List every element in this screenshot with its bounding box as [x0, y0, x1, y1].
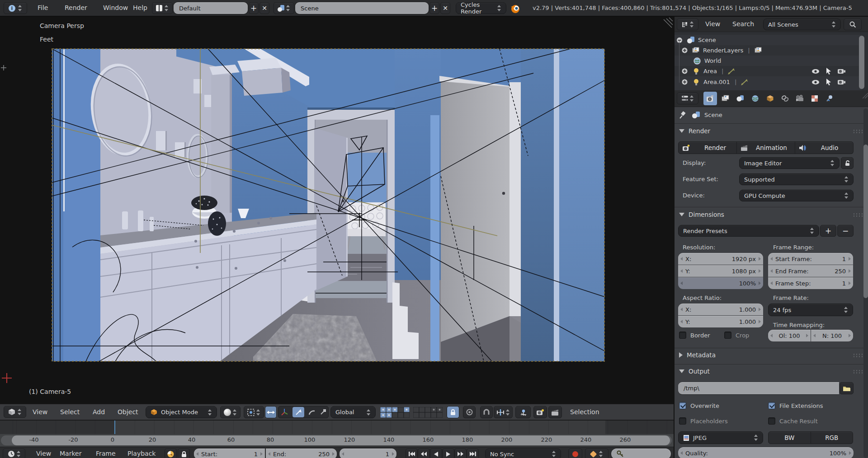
add-scene-button[interactable]: +	[429, 2, 439, 14]
tab-scene[interactable]	[733, 92, 747, 105]
add-layout-button[interactable]: +	[249, 2, 259, 14]
play-reverse-button[interactable]	[430, 449, 442, 458]
editor-type-timeline-button[interactable]	[3, 449, 25, 458]
tab-render-layers[interactable]	[718, 92, 732, 105]
outliner-row-world[interactable]: World	[675, 56, 862, 66]
open-filebrowser-button[interactable]	[840, 382, 854, 394]
outliner-row-area001[interactable]: Area.001 |	[675, 76, 862, 90]
tab-particles[interactable]	[823, 92, 836, 105]
render-border-button[interactable]	[515, 406, 531, 418]
bw-button[interactable]: BW	[768, 431, 811, 444]
menu-outliner-search[interactable]: Search	[732, 20, 754, 28]
selectable-icon[interactable]	[826, 68, 831, 75]
keying-set-type-button[interactable]	[585, 449, 609, 458]
translate-axes-icon[interactable]	[281, 408, 288, 416]
translate-manipulator[interactable]	[292, 407, 304, 417]
scene-name-field[interactable]: Scene	[295, 2, 429, 14]
jump-forward-button[interactable]	[454, 449, 467, 458]
properties-scrollbar-track[interactable]	[863, 108, 868, 458]
pin-icon[interactable]	[679, 111, 687, 119]
layers-group-1[interactable]	[380, 407, 410, 418]
tab-constraints[interactable]	[778, 92, 792, 105]
jump-to-end-button[interactable]	[467, 449, 479, 458]
end-frame-field[interactable]: End:250	[266, 449, 337, 458]
menu-tl-frame[interactable]: Frame	[96, 450, 116, 457]
proportional-edit-button[interactable]	[463, 406, 476, 418]
menu-tl-view[interactable]: View	[36, 450, 51, 457]
rgb-button[interactable]: RGB	[811, 431, 854, 444]
menu-help[interactable]: Help	[133, 4, 147, 11]
frame-step-field[interactable]: Frame Step:1	[768, 277, 853, 289]
menu-3d-select[interactable]: Select	[60, 408, 80, 416]
render-restrict-icon[interactable]	[838, 68, 845, 74]
timeline-scrollbar[interactable]: -40 -20 0 20 40 60 80 100 120 140 160 18…	[0, 434, 674, 447]
orientation-select[interactable]: Global	[330, 406, 376, 418]
end-frame-prop-field[interactable]: End Frame:250	[768, 265, 853, 277]
resolution-percentage-slider[interactable]: 100%	[678, 277, 763, 289]
panel-header-metadata[interactable]: Metadata	[679, 351, 864, 359]
render-anim-button[interactable]	[548, 406, 562, 418]
snap-toggle-button[interactable]	[480, 406, 493, 418]
manipulator-toggle[interactable]	[265, 406, 277, 418]
start-frame-prop-field[interactable]: Start Frame:1	[768, 253, 853, 265]
screen-layout-field[interactable]: Default	[174, 2, 248, 14]
start-frame-field[interactable]: Start:1	[194, 449, 265, 458]
cache-result-checkbox[interactable]	[768, 417, 775, 425]
collapse-icon[interactable]	[676, 37, 683, 43]
tab-world[interactable]	[748, 92, 762, 105]
panel-header-dimensions[interactable]: Dimensions	[679, 211, 864, 218]
menu-window[interactable]: Window	[103, 4, 128, 11]
animation-button[interactable]: Animation	[737, 141, 795, 154]
timeline-track[interactable]	[0, 421, 674, 434]
outliner-scrollbar[interactable]	[859, 36, 864, 89]
panel-header-output[interactable]: Output	[679, 368, 864, 375]
overwrite-checkbox[interactable]	[679, 402, 686, 409]
use-preview-range-button[interactable]	[165, 449, 177, 458]
editor-type-button[interactable]: i	[4, 2, 27, 14]
remap-new-field[interactable]: N: 100	[811, 330, 853, 341]
editor-type-outliner-button[interactable]	[677, 19, 698, 30]
render-engine-select[interactable]: Cycles Render	[456, 2, 506, 14]
tab-object[interactable]	[763, 92, 777, 105]
render-button[interactable]: Render	[678, 141, 737, 154]
file-format-select[interactable]: JPEG	[678, 431, 763, 444]
selectable-icon[interactable]	[826, 79, 831, 85]
render-restrict-icon[interactable]	[838, 79, 845, 85]
tab-camera-data[interactable]	[793, 92, 807, 105]
frame-rate-select[interactable]: 24 fps	[768, 304, 853, 316]
viewport-shading-button[interactable]	[220, 406, 241, 418]
current-frame-field[interactable]: 1	[340, 449, 396, 458]
menu-3d-add[interactable]: Add	[93, 408, 105, 416]
lock-to-scene-button[interactable]	[447, 406, 459, 418]
scene-icon-button[interactable]	[274, 2, 294, 14]
tab-render[interactable]	[703, 92, 717, 105]
display-select[interactable]: Image Editor	[739, 157, 840, 169]
crop-checkbox[interactable]	[724, 332, 731, 339]
sync-mode-select[interactable]: No Sync	[485, 449, 561, 458]
delete-scene-button[interactable]: ✕	[440, 2, 450, 14]
layers-group-2[interactable]	[413, 407, 443, 418]
render-presets-select[interactable]: Render Presets	[678, 225, 819, 237]
menu-tl-playback[interactable]: Playback	[127, 450, 156, 457]
menu-3d-view[interactable]: View	[33, 408, 47, 416]
placeholders-checkbox[interactable]	[679, 417, 686, 425]
menu-3d-object[interactable]: Object	[118, 408, 138, 416]
quality-slider[interactable]: Quality:100%	[678, 447, 854, 458]
jump-back-button[interactable]	[418, 449, 430, 458]
remove-preset-button[interactable]: −	[837, 225, 854, 237]
render-still-button[interactable]	[533, 406, 547, 418]
current-frame-line[interactable]	[114, 421, 115, 434]
expand-icon[interactable]	[682, 79, 688, 85]
expand-icon[interactable]	[682, 68, 688, 74]
snap-element-button[interactable]	[494, 406, 513, 418]
device-select[interactable]: GPU Compute	[739, 190, 854, 201]
editor-type-properties-button[interactable]	[677, 93, 698, 104]
delete-layout-button[interactable]: ✕	[259, 2, 269, 14]
outliner-filter-select[interactable]: All Scenes	[763, 19, 841, 30]
resolution-x-field[interactable]: X:1920 px	[678, 253, 763, 265]
scale-manipulator[interactable]	[320, 409, 326, 416]
keying-set-field[interactable]	[611, 449, 671, 458]
screen-layout-icon-button[interactable]	[152, 2, 173, 14]
menu-render[interactable]: Render	[65, 4, 87, 11]
output-path-field[interactable]: /tmp\	[678, 382, 839, 394]
